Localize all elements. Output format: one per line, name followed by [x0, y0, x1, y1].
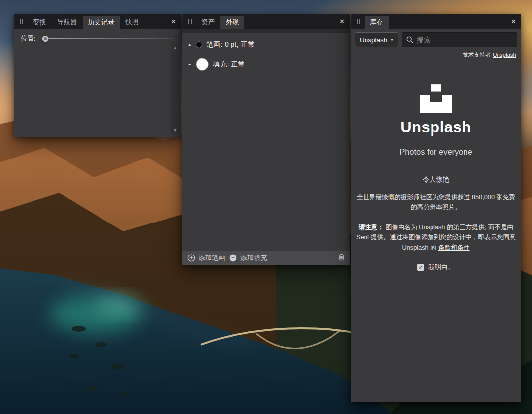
stock-description: 全世界最慷慨的摄影师社区为您提供超过 850,000 张免费的高分辨率照片。: [356, 192, 516, 213]
stock-toolbar: Unsplash ▾: [351, 29, 521, 50]
appearance-panel-tabbar: 资产 外观 ✕: [182, 14, 350, 29]
history-position-slider[interactable]: [42, 35, 174, 42]
fill-row-label: 填充: 正常: [213, 60, 245, 69]
unsplash-wordmark: Unsplash: [400, 119, 471, 136]
appearance-panel: 资产 外观 ✕ • 笔画: 0 pt, 正常 • 填充: 正常 添加笔画: [182, 14, 350, 265]
stroke-row[interactable]: • 笔画: 0 pt, 正常: [188, 40, 344, 49]
agree-label: 我明白。: [428, 263, 455, 272]
stock-heading: 令人惊艳: [423, 175, 449, 184]
add-fill-button[interactable]: 添加填充: [229, 254, 267, 262]
stroke-swatch-icon[interactable]: [196, 42, 202, 48]
position-label: 位置:: [21, 34, 36, 43]
appearance-header-strip: [182, 29, 350, 33]
agree-checkbox[interactable]: ✓: [417, 264, 424, 271]
powered-by-unsplash-link[interactable]: Unsplash: [493, 52, 516, 58]
scroll-down-icon[interactable]: ▼: [173, 128, 178, 133]
terms-link[interactable]: 条款和条件: [438, 244, 470, 251]
add-stroke-label: 添加笔画: [199, 254, 225, 262]
appearance-footer-bar: 添加笔画 添加填充: [182, 251, 350, 265]
close-icon[interactable]: ✕: [339, 18, 345, 25]
close-icon[interactable]: ✕: [171, 18, 176, 25]
tab-history[interactable]: 历史记录: [83, 16, 120, 29]
search-icon: [406, 36, 413, 43]
appearance-list: • 笔画: 0 pt, 正常 • 填充: 正常: [182, 33, 350, 251]
delete-trash-icon[interactable]: [338, 254, 345, 263]
tab-transform[interactable]: 变换: [28, 16, 52, 29]
fill-swatch-icon[interactable]: [196, 58, 208, 70]
unsplash-logo-icon: [420, 84, 452, 113]
tab-assets[interactable]: 资产: [196, 16, 220, 29]
stock-source-dropdown[interactable]: Unsplash ▾: [355, 32, 398, 47]
tab-stock[interactable]: 库存: [365, 16, 389, 29]
stock-source-value: Unsplash: [360, 36, 387, 44]
stroke-row-label: 笔画: 0 pt, 正常: [206, 40, 255, 49]
bullet-icon: •: [188, 41, 192, 49]
fill-row[interactable]: • 填充: 正常: [188, 58, 344, 70]
scroll-up-icon[interactable]: ▲: [173, 45, 178, 50]
add-stroke-button[interactable]: 添加笔画: [187, 254, 225, 262]
add-fill-label: 添加填充: [240, 254, 267, 262]
slider-track[interactable]: [42, 38, 173, 39]
search-input[interactable]: [417, 36, 513, 44]
close-icon[interactable]: ✕: [511, 18, 516, 25]
stock-search-box[interactable]: [402, 32, 517, 47]
stock-body: Unsplash Photos for everyone 令人惊艳 全世界最慷慨…: [351, 63, 521, 402]
unsplash-tagline: Photos for everyone: [399, 147, 472, 157]
history-panel: 变换 导航器 历史记录 快照 ✕ 位置: ▲ ▼: [14, 14, 181, 137]
bullet-icon: •: [188, 60, 192, 68]
stock-panel: 库存 ✕ Unsplash ▾ 技术支持者 Unsplash Unsplash …: [351, 14, 521, 402]
add-fill-plus-solid-icon: [229, 254, 237, 262]
panel-drag-grip-icon[interactable]: [18, 14, 25, 29]
stock-note: 请注意： 图像由名为 Unsplash 的第三方提供; 而不是由 Serif 提…: [356, 223, 516, 253]
tab-snapshots[interactable]: 快照: [120, 16, 144, 29]
panel-drag-grip-icon[interactable]: [186, 14, 193, 29]
powered-by-line: 技术支持者 Unsplash: [351, 50, 521, 63]
note-bold-prefix: 请注意：: [359, 223, 384, 231]
tab-appearance[interactable]: 外观: [220, 16, 244, 29]
powered-by-label: 技术支持者: [463, 52, 491, 58]
chevron-down-icon: ▾: [391, 37, 393, 42]
agree-row: ✓ 我明白。: [417, 263, 455, 272]
stock-panel-tabbar: 库存 ✕: [351, 14, 521, 29]
panel-drag-grip-icon[interactable]: [355, 14, 362, 29]
history-panel-tabbar: 变换 导航器 历史记录 快照 ✕: [14, 14, 181, 29]
history-position-row: 位置:: [14, 29, 181, 43]
slider-thumb[interactable]: [42, 36, 48, 42]
tab-navigator[interactable]: 导航器: [52, 16, 83, 29]
add-stroke-plus-outline-icon: [187, 254, 195, 262]
history-scrollbar[interactable]: ▲ ▼: [171, 43, 179, 135]
